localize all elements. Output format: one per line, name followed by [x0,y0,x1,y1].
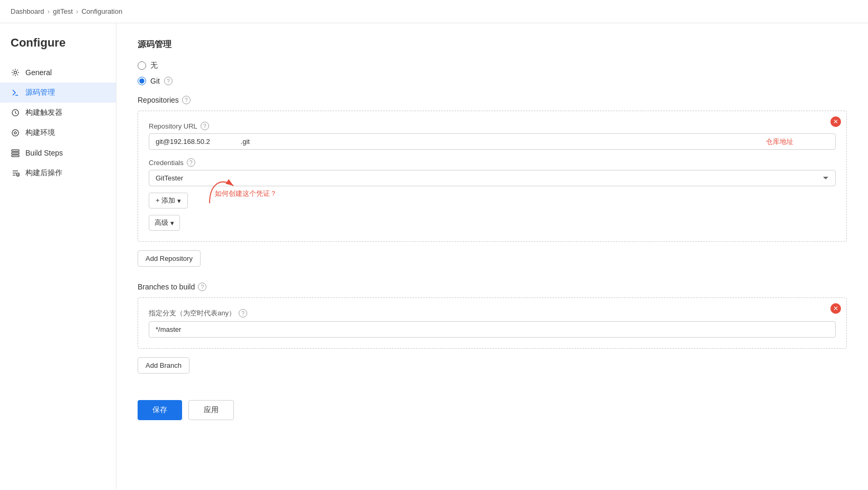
sidebar-item-postbuild[interactable]: 构建后操作 [0,163,116,183]
credentials-row: GitTester 如何创建这个凭证？ [149,170,836,186]
branch-box: ✕ 指定分支（为空时代表any） ? [138,297,847,349]
repositories-label: Repositories [138,96,179,104]
credentials-help-icon[interactable]: ? [187,158,195,167]
add-repository-btn-label: Add Repository [146,255,193,262]
advanced-btn-label: 高级 [155,218,168,228]
branch-close-btn[interactable]: ✕ [830,303,841,314]
radio-git[interactable]: Git ? [138,77,847,85]
repository-box: ✕ Repository URL ? 仓库地址 Credentials ? Gi… [138,111,847,242]
credentials-select[interactable]: GitTester [149,170,836,186]
repo-url-label: Repository URL [149,122,197,130]
sidebar-label-general: General [25,68,52,77]
branch-field-label: 指定分支（为空时代表any） ? [149,308,836,318]
advanced-chevron-icon: ▾ [170,219,174,227]
credentials-field-label: Credentials ? [149,158,836,167]
add-credentials-dropdown-icon: ▾ [177,197,181,205]
branch-label: 指定分支（为空时代表any） [149,308,236,318]
breadcrumb-dashboard[interactable]: Dashboard [11,7,44,15]
sidebar-item-buildsteps[interactable]: Build Steps [0,143,116,163]
source-icon [11,88,20,97]
section-title: 源码管理 [138,39,847,50]
main-content: 源码管理 无 Git ? Repositories ? ✕ Repository… [116,23,868,489]
radio-none-input[interactable] [138,61,146,70]
repo-url-help-icon[interactable]: ? [201,122,209,130]
svg-rect-6 [12,155,19,157]
branches-label: Branches to build [138,283,195,291]
svg-rect-4 [12,150,19,151]
radio-none[interactable]: 无 [138,61,847,70]
branch-help-icon[interactable]: ? [239,309,247,317]
repo-url-field-label: Repository URL ? [149,122,836,130]
add-repository-btn[interactable]: Add Repository [138,250,201,267]
svg-rect-5 [12,152,19,154]
radio-none-label: 无 [150,61,158,70]
footer-bar: 保存 应用 [138,389,847,431]
sidebar-item-general[interactable]: General [0,62,116,83]
repository-close-btn[interactable]: ✕ [830,116,841,127]
repositories-help-icon[interactable]: ? [182,96,191,104]
apply-button[interactable]: 应用 [188,400,234,420]
env-icon [11,128,20,138]
svg-point-0 [14,71,17,74]
breadcrumb: Dashboard › gitTest › Configuration [0,0,868,23]
git-help-icon[interactable]: ? [164,77,173,85]
sidebar-label-trigger: 构建触发器 [25,108,62,117]
radio-git-input[interactable] [138,77,146,85]
breadcrumb-gittest[interactable]: gitTest [53,7,73,15]
sidebar-label-buildsteps: Build Steps [25,149,63,157]
breadcrumb-sep-1: › [48,7,50,15]
add-credentials-btn-label: + 添加 [156,196,175,205]
branches-section-label: Branches to build ? [138,283,847,291]
breadcrumb-sep-2: › [76,7,78,15]
source-type-group: 无 Git ? [138,61,847,85]
add-branch-btn-label: Add Branch [146,361,182,369]
trigger-icon [11,108,20,117]
add-credentials-btn[interactable]: + 添加 ▾ [149,193,188,208]
postbuild-icon [11,168,20,178]
branches-help-icon[interactable]: ? [198,283,206,291]
sidebar: Configure General 源码管理 [0,23,116,489]
sidebar-item-env[interactable]: 构建环境 [0,123,116,143]
sidebar-item-trigger[interactable]: 构建触发器 [0,103,116,123]
add-branch-btn[interactable]: Add Branch [138,357,189,374]
branch-input[interactable] [149,321,836,338]
svg-point-2 [12,130,19,136]
repositories-section-label: Repositories ? [138,96,847,104]
credentials-label: Credentials [149,159,184,167]
sidebar-label-postbuild: 构建后操作 [25,168,62,178]
sidebar-label-env: 构建环境 [25,128,55,138]
repo-url-input[interactable] [149,133,836,150]
radio-git-label: Git [150,77,160,85]
gear-icon [11,68,20,77]
save-button[interactable]: 保存 [138,400,182,420]
sidebar-label-source: 源码管理 [25,88,55,97]
svg-point-3 [14,132,16,134]
buildsteps-icon [11,148,20,158]
sidebar-item-source[interactable]: 源码管理 [0,83,116,103]
advanced-btn[interactable]: 高级 ▾ [149,215,180,231]
sidebar-title: Configure [0,36,116,62]
breadcrumb-configuration[interactable]: Configuration [82,7,122,15]
